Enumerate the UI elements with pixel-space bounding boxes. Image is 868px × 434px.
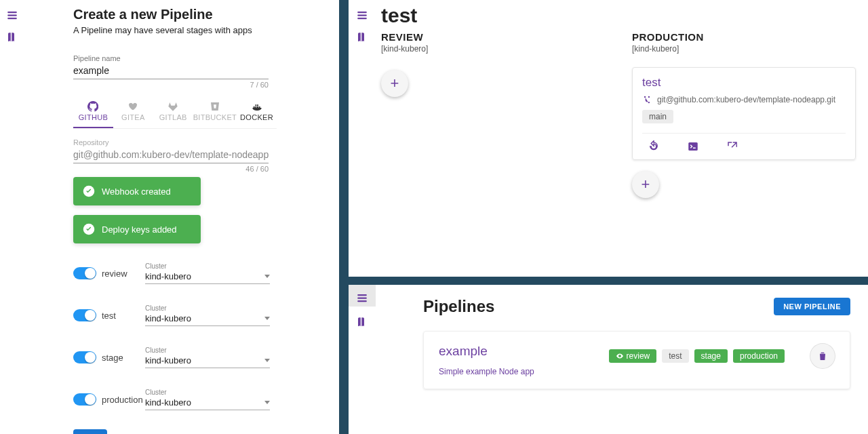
tab-bitbucket[interactable]: BITBUCKET — [193, 101, 237, 128]
stage-row-test: test Cluster kind-kubero — [73, 298, 290, 333]
add-app-button[interactable]: + — [381, 70, 408, 97]
chip-production: production — [733, 349, 785, 363]
docs-icon[interactable] — [356, 316, 368, 328]
column-production: PRODUCTION [kind-kubero] test git@github… — [632, 31, 856, 198]
pipeline-name: example — [439, 344, 534, 359]
pipeline-name-field: Pipeline name 7 / 60 — [73, 54, 290, 89]
trash-icon — [817, 351, 828, 361]
chip-review: review — [609, 349, 657, 363]
pipelines-list-panel: Pipelines NEW PIPELINE example Simple ex… — [349, 285, 868, 434]
pipeline-card[interactable]: example Simple example Node app review t… — [423, 331, 850, 389]
app-name[interactable]: test — [642, 76, 846, 90]
column-review: REVIEW [kind-kubero] + — [381, 31, 605, 198]
docs-icon[interactable] — [6, 31, 18, 43]
stage-row-stage: stage Cluster kind-kubero — [73, 340, 290, 375]
gitlab-icon — [167, 101, 178, 112]
pipeline-description: Simple example Node app — [439, 367, 534, 376]
column-cluster: [kind-kubero] — [632, 44, 856, 54]
branch-icon — [642, 95, 652, 104]
stage-row-production: production Cluster kind-kubero — [73, 382, 290, 417]
delete-pipeline-button[interactable] — [810, 344, 835, 368]
page-subtitle: A Pipeline may have several stages with … — [73, 25, 290, 35]
restart-icon[interactable] — [648, 140, 660, 153]
app-card: test git@github.com:kubero-dev/template-… — [632, 67, 856, 160]
toggle-production[interactable] — [73, 393, 96, 406]
toggle-test[interactable] — [73, 309, 96, 321]
pipeline-name-counter: 7 / 60 — [73, 81, 269, 89]
sidebar — [0, 0, 24, 434]
create-pipeline-panel: Create a new Pipeline A Pipeline may hav… — [0, 0, 339, 434]
cluster-select-stage[interactable]: Cluster kind-kubero — [145, 347, 270, 368]
repository-label: Repository — [73, 138, 290, 146]
toggle-stage[interactable] — [73, 351, 96, 363]
check-icon — [83, 223, 95, 235]
page-title: Create a new Pipeline — [73, 7, 290, 22]
alert-webhook: Webhook created — [73, 177, 201, 205]
toggle-review[interactable] — [73, 267, 96, 279]
tab-gitlab[interactable]: GITLAB — [153, 101, 193, 128]
chip-stage: stage — [694, 349, 728, 363]
cluster-select-review[interactable]: Cluster kind-kubero — [145, 262, 270, 284]
stage-chips: review test stage production — [609, 344, 835, 368]
pipelines-icon[interactable] — [356, 9, 368, 22]
repository-input[interactable] — [73, 148, 269, 163]
pipeline-name: test — [381, 4, 861, 27]
gitea-icon — [127, 101, 138, 112]
eye-icon — [616, 352, 624, 360]
page-title: Pipelines — [423, 297, 494, 316]
chevron-down-icon — [264, 401, 270, 404]
new-pipeline-button[interactable]: NEW PIPELINE — [774, 298, 850, 315]
cluster-select-production[interactable]: Cluster kind-kubero — [145, 389, 270, 410]
tab-gitea[interactable]: GITEA — [113, 101, 153, 128]
cluster-select-test[interactable]: Cluster kind-kubero — [145, 304, 270, 326]
pipeline-name-label: Pipeline name — [73, 54, 290, 62]
open-icon[interactable] — [726, 140, 738, 153]
pipelines-icon[interactable] — [356, 292, 368, 304]
chevron-down-icon — [264, 359, 270, 362]
repository-field: Repository 46 / 60 — [73, 138, 290, 173]
submit-button[interactable] — [73, 429, 107, 434]
sidebar — [349, 0, 376, 277]
pipeline-detail-panel: test REVIEW [kind-kubero] + PRODUCTION [… — [349, 0, 868, 277]
chevron-down-icon — [264, 317, 270, 320]
stage-row-review: review Cluster kind-kubero — [73, 256, 290, 291]
pipelines-icon[interactable] — [6, 9, 18, 22]
source-tabs: GITHUB GITEA GITLAB BITBUCKET DOCKER — [73, 101, 277, 129]
tab-github[interactable]: GITHUB — [73, 101, 113, 128]
add-app-button[interactable]: + — [632, 171, 659, 198]
app-actions — [642, 133, 846, 159]
sidebar — [349, 285, 376, 434]
bitbucket-icon — [210, 101, 220, 112]
column-title: PRODUCTION — [632, 31, 856, 43]
chevron-down-icon — [264, 275, 270, 278]
docker-icon — [252, 101, 262, 112]
github-icon — [87, 101, 98, 112]
alert-deploykeys: Deploy keys added — [73, 215, 201, 243]
console-icon[interactable] — [687, 140, 699, 153]
app-repo: git@github.com:kubero-dev/template-nodea… — [642, 95, 846, 104]
pipeline-name-input[interactable] — [73, 64, 269, 79]
repository-counter: 46 / 60 — [73, 165, 269, 173]
check-icon — [83, 185, 95, 197]
branch-chip: main — [642, 110, 673, 123]
tab-docker[interactable]: DOCKER — [237, 101, 277, 128]
column-title: REVIEW — [381, 31, 605, 43]
stage-config-list: review Cluster kind-kubero test Cluster … — [73, 256, 290, 417]
docs-icon[interactable] — [356, 31, 368, 43]
chip-test: test — [662, 349, 688, 363]
column-cluster: [kind-kubero] — [381, 44, 605, 54]
